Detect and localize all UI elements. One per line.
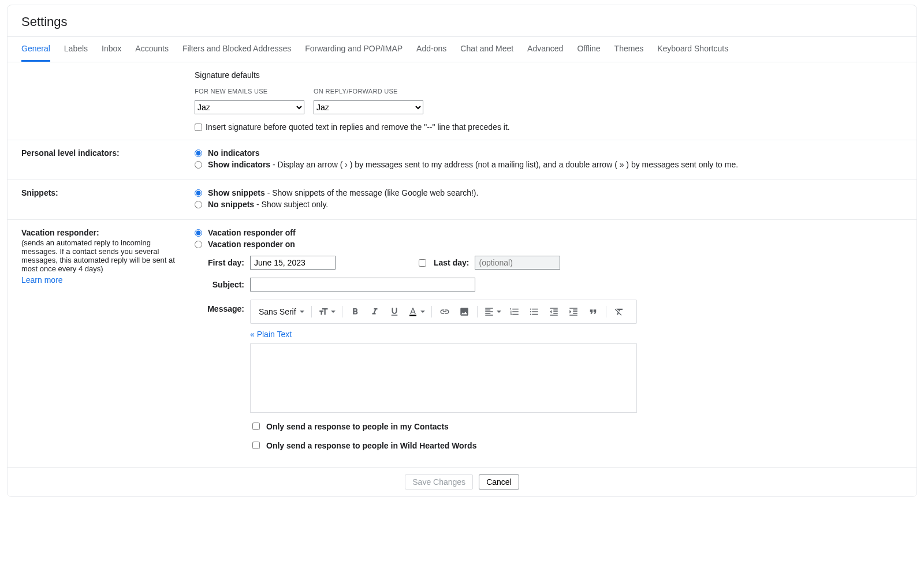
underline-button[interactable]: [385, 304, 404, 320]
subject-input[interactable]: [250, 278, 475, 292]
caret-down-icon: [420, 311, 425, 313]
tab-general[interactable]: General: [21, 37, 50, 62]
subject-label: Subject:: [204, 280, 244, 289]
vacation-off-label: Vacation responder off: [208, 228, 296, 237]
tab-inbox[interactable]: Inbox: [102, 37, 121, 62]
indent-less-icon: [549, 307, 559, 317]
bulleted-list-button[interactable]: [525, 304, 543, 320]
first-day-label: First day:: [204, 258, 244, 267]
tab-forwarding[interactable]: Forwarding and POP/IMAP: [305, 37, 403, 62]
vacation-title: Vacation responder:: [21, 228, 183, 237]
italic-button[interactable]: [366, 304, 384, 320]
show-indicators-desc: - Display an arrow ( › ) by messages sen…: [270, 160, 738, 169]
tab-labels[interactable]: Labels: [64, 37, 88, 62]
cancel-button[interactable]: Cancel: [479, 474, 519, 489]
no-snippets-label: No snippets: [208, 200, 254, 209]
quote-icon: [588, 307, 598, 317]
domain-only-label: Only send a response to people in Wild H…: [266, 441, 476, 450]
tab-offline[interactable]: Offline: [577, 37, 600, 62]
vacation-desc: (sends an automated reply to incoming me…: [21, 238, 183, 273]
no-snippets-desc: - Show subject only.: [254, 200, 328, 209]
italic-icon: [370, 307, 380, 317]
last-day-label: Last day:: [434, 258, 469, 267]
caret-down-icon: [331, 311, 336, 313]
tab-themes[interactable]: Themes: [614, 37, 644, 62]
show-indicators-label: Show indicators: [208, 160, 270, 169]
caret-down-icon: [300, 311, 304, 313]
bulleted-list-icon: [529, 307, 539, 317]
link-button[interactable]: [435, 304, 454, 320]
section-vacation: Vacation responder: (sends an automated …: [8, 220, 916, 467]
show-snippets-desc: - Show snippets of the message (like Goo…: [265, 188, 479, 197]
vacation-on-radio[interactable]: [195, 241, 202, 248]
remove-formatting-icon: [614, 307, 624, 317]
indent-more-icon: [568, 307, 579, 317]
bold-icon: [350, 307, 360, 317]
save-button[interactable]: Save Changes: [405, 474, 473, 489]
reply-forward-signature-select[interactable]: Jaz: [314, 100, 423, 114]
personal-level-title: Personal level indicators:: [21, 148, 183, 158]
remove-formatting-button[interactable]: [610, 304, 628, 320]
numbered-list-button[interactable]: [505, 304, 524, 320]
align-icon: [484, 307, 494, 317]
align-button[interactable]: [481, 304, 504, 320]
reply-forward-use-label: ON REPLY/FORWARD USE: [314, 88, 423, 95]
caret-down-icon: [497, 311, 501, 313]
section-snippets: Snippets: Show snippets - Show snippets …: [8, 180, 916, 220]
tab-advanced[interactable]: Advanced: [527, 37, 563, 62]
message-toolbar: Sans Serif: [250, 300, 637, 324]
page-title: Settings: [8, 5, 916, 36]
numbered-list-icon: [509, 307, 520, 317]
quote-button[interactable]: [584, 304, 602, 320]
text-color-button[interactable]: [405, 304, 428, 320]
show-snippets-label: Show snippets: [208, 188, 265, 197]
new-emails-use-label: FOR NEW EMAILS USE: [195, 88, 304, 95]
insert-signature-checkbox[interactable]: [195, 124, 202, 131]
plain-text-link[interactable]: « Plain Text: [250, 330, 637, 339]
no-indicators-radio[interactable]: [195, 150, 202, 157]
footer: Save Changes Cancel: [8, 467, 916, 496]
contacts-only-label: Only send a response to people in my Con…: [266, 422, 449, 431]
snippets-title: Snippets:: [21, 188, 183, 197]
domain-only-checkbox[interactable]: [252, 442, 260, 449]
bold-button[interactable]: [346, 304, 364, 320]
underline-icon: [389, 307, 400, 317]
signature-defaults-title: Signature defaults: [195, 70, 903, 80]
indent-more-button[interactable]: [564, 304, 583, 320]
text-color-icon: [408, 307, 418, 317]
font-family-label: Sans Serif: [259, 307, 296, 316]
tabs-bar: General Labels Inbox Accounts Filters an…: [8, 36, 916, 62]
tab-chat[interactable]: Chat and Meet: [460, 37, 513, 62]
tab-filters[interactable]: Filters and Blocked Addresses: [182, 37, 291, 62]
font-family-dropdown[interactable]: Sans Serif: [255, 306, 308, 317]
first-day-input[interactable]: [250, 256, 336, 270]
vacation-on-label: Vacation responder on: [208, 240, 295, 249]
tab-keyboard[interactable]: Keyboard Shortcuts: [657, 37, 728, 62]
insert-signature-label: Insert signature before quoted text in r…: [206, 122, 510, 132]
link-icon: [439, 307, 450, 317]
show-indicators-radio[interactable]: [195, 161, 202, 169]
no-snippets-radio[interactable]: [195, 201, 202, 208]
message-body[interactable]: [250, 343, 637, 413]
tab-addons[interactable]: Add-ons: [416, 37, 446, 62]
section-personal-level: Personal level indicators: No indicators…: [8, 140, 916, 180]
vacation-learn-more-link[interactable]: Learn more: [21, 275, 63, 285]
last-day-checkbox[interactable]: [419, 259, 426, 267]
no-indicators-label: No indicators: [208, 148, 259, 158]
image-icon: [459, 307, 470, 317]
font-size-button[interactable]: [315, 304, 338, 320]
font-size-icon: [318, 307, 329, 317]
vacation-off-radio[interactable]: [195, 229, 202, 237]
section-signature-defaults: Signature defaults FOR NEW EMAILS USE Ja…: [8, 62, 916, 140]
tab-accounts[interactable]: Accounts: [135, 37, 169, 62]
new-emails-signature-select[interactable]: Jaz: [195, 100, 304, 114]
show-snippets-radio[interactable]: [195, 189, 202, 197]
image-button[interactable]: [455, 304, 474, 320]
message-label: Message:: [204, 300, 244, 313]
svg-rect-0: [409, 315, 416, 316]
contacts-only-checkbox[interactable]: [252, 423, 260, 430]
last-day-input[interactable]: [475, 256, 560, 270]
indent-less-button[interactable]: [545, 304, 563, 320]
